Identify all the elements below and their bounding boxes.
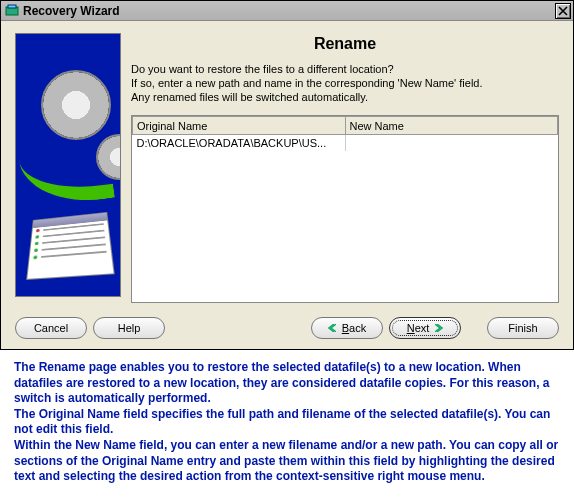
page-title: Rename [131,35,559,53]
help-button[interactable]: Help [93,317,165,339]
table-row[interactable]: D:\ORACLE\ORADATA\BACKUP\US... [133,135,558,152]
back-button[interactable]: Back [311,317,383,339]
chevron-right-icon [435,324,443,332]
rename-table: Original Name New Name D:\ORACLE\ORADATA… [131,115,559,303]
column-header-newname[interactable]: New Name [345,117,558,135]
prompt-line: Do you want to restore the files to a di… [131,63,559,75]
finish-button[interactable]: Finish [487,317,559,339]
explanatory-caption: The Rename page enables you to restore t… [0,350,574,499]
client-area: Rename Do you want to restore the files … [1,21,573,349]
back-label-rest: ack [349,322,366,334]
recovery-wizard-window: Recovery Wizard Rename [0,0,574,350]
wizard-graphic [15,33,121,297]
prompt-line: If so, enter a new path and name in the … [131,77,559,89]
caption-paragraph: The Rename page enables you to restore t… [14,360,560,407]
main-panel: Rename Do you want to restore the files … [131,33,559,303]
next-button[interactable]: Next [389,317,461,339]
caption-paragraph: Within the New Name field, you can enter… [14,438,560,485]
caption-paragraph: The Original Name field specifies the fu… [14,407,560,438]
prompt-line: Any renamed files will be switched autom… [131,91,559,103]
close-button[interactable] [555,3,571,19]
prompt-text: Do you want to restore the files to a di… [131,63,559,105]
chevron-left-icon [328,324,336,332]
cancel-button[interactable]: Cancel [15,317,87,339]
window-title: Recovery Wizard [23,4,120,18]
column-header-original[interactable]: Original Name [133,117,346,135]
titlebar: Recovery Wizard [1,1,573,21]
next-label-rest: ext [415,322,430,334]
app-icon [5,4,19,18]
cell-original-name: D:\ORACLE\ORADATA\BACKUP\US... [133,135,346,152]
svg-rect-1 [8,5,16,8]
cell-new-name[interactable] [345,135,558,152]
button-row: Cancel Help Back Next Finish [15,317,559,339]
